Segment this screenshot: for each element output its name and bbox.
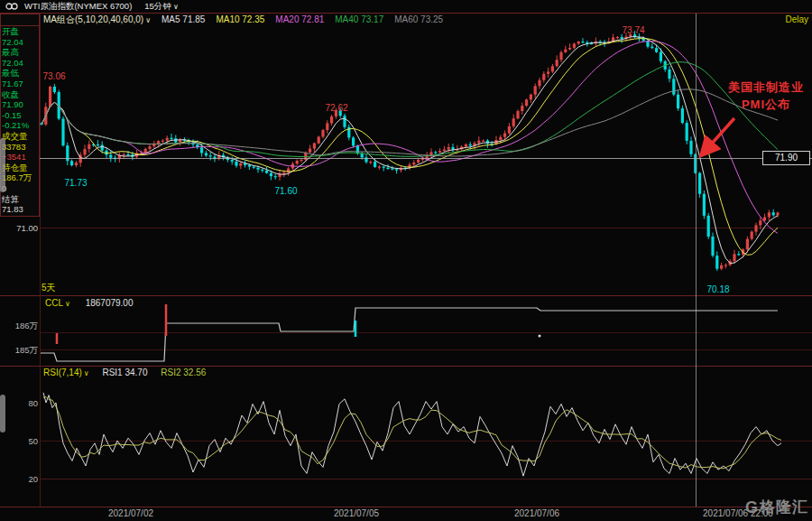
candle-body	[448, 147, 450, 150]
main-price-panel	[40, 31, 779, 271]
x-axis-date-label: 2021/07/05	[293, 508, 420, 518]
candle-body	[330, 116, 333, 123]
price-extreme-label: 73.74	[606, 25, 660, 35]
candle-body	[655, 48, 658, 51]
candle-body	[737, 254, 740, 255]
candle-body	[282, 172, 285, 174]
candle-body	[660, 52, 662, 61]
candle-body	[707, 216, 710, 237]
candle-body	[694, 154, 697, 173]
candle-body	[53, 87, 56, 92]
candle-body	[318, 137, 320, 144]
rsi-dropdown[interactable]: RSI(7,14)∨	[43, 367, 91, 377]
candle-body	[235, 162, 237, 166]
candle-body	[417, 160, 420, 163]
ccl-panel	[41, 304, 778, 361]
candle-body	[61, 118, 64, 145]
candle-body	[482, 141, 484, 142]
chart-canvas[interactable]	[0, 0, 812, 521]
candle-body	[759, 220, 761, 225]
candle-body	[161, 141, 164, 142]
candle-body	[123, 154, 125, 155]
rsi-panel	[43, 393, 781, 476]
candle-body	[356, 145, 359, 153]
candle-body	[534, 86, 537, 94]
ccl-axis-label: 186万	[11, 321, 38, 332]
candle-body	[70, 161, 73, 165]
price-extreme-label: 70.18	[691, 284, 745, 294]
candle-body	[109, 155, 112, 158]
ma-line-MA10	[42, 39, 778, 256]
candle-body	[296, 161, 299, 163]
news-annotation: 美国非制造业 PMI公布	[719, 79, 812, 113]
candle-body	[703, 194, 706, 216]
ma-line-MA5	[42, 37, 778, 264]
candle-body	[715, 256, 718, 269]
candle-body	[581, 42, 584, 42]
candle-body	[746, 239, 749, 250]
ccl-dropdown[interactable]: CCL∨	[45, 298, 73, 308]
candle-body	[83, 149, 86, 154]
annotation-line1: 美国非制造业	[719, 79, 812, 96]
price-extreme-label: 72.62	[309, 103, 364, 113]
candle-body	[88, 144, 90, 149]
rsi-axis-label: 50	[22, 436, 38, 446]
candle-body	[521, 106, 523, 111]
candle-body	[434, 152, 437, 153]
price-axis-label: 71.00	[14, 223, 38, 233]
candle-body	[321, 130, 324, 136]
watermark-logo: G 格隆汇	[745, 497, 808, 517]
candle-body	[369, 162, 372, 163]
candle-body	[672, 79, 675, 94]
watermark-text: 格隆汇	[760, 497, 808, 517]
candle-body	[261, 170, 263, 171]
ma-line-MA60	[42, 89, 778, 156]
rsi2-value: RSI2 32.56	[161, 367, 206, 377]
candle-body	[768, 212, 770, 217]
candle-body	[477, 141, 480, 144]
candle-body	[698, 173, 701, 194]
candle-body	[772, 212, 775, 215]
ma-line-MA20	[42, 42, 778, 234]
ccl-header: CCL∨ 1867079.00	[45, 298, 134, 308]
candle-body	[270, 173, 272, 176]
rsi-axis-label: 80	[22, 398, 38, 408]
candle-body	[205, 153, 208, 155]
trading-chart-window: WTI原油指数(NYMEX 6700) 15分钟∨ 07062200 MA组合(…	[0, 0, 812, 521]
ma-line-MA40	[42, 62, 778, 157]
candle-body	[352, 137, 355, 145]
candle-body	[265, 171, 268, 173]
candle-body	[391, 169, 393, 170]
rsi-header: RSI(7,14)∨ RSI1 34.70 RSI2 32.56	[43, 367, 206, 377]
candle-body	[551, 66, 554, 71]
candle-body	[326, 123, 328, 130]
annotation-line2: PMI公布	[719, 96, 812, 113]
rsi1-value: RSI1 34.70	[102, 367, 147, 377]
candle-body	[209, 155, 212, 156]
price-extreme-label: 71.73	[49, 178, 103, 188]
candle-body	[681, 108, 684, 123]
candle-body	[564, 50, 567, 52]
candle-body	[231, 160, 234, 162]
chevron-down-icon: ∨	[65, 300, 70, 308]
candle-body	[469, 144, 472, 145]
candle-body	[711, 237, 714, 256]
candle-body	[256, 168, 259, 170]
candle-body	[499, 137, 502, 140]
x-axis-date-label: 2021/07/02	[68, 508, 194, 518]
candle-body	[309, 149, 311, 153]
candle-body	[383, 167, 385, 168]
candle-body	[378, 167, 381, 168]
rsi-axis-label: 20	[22, 474, 38, 484]
ccl-line	[41, 308, 778, 361]
candle-body	[621, 37, 623, 39]
candle-body	[538, 80, 540, 87]
period-5day-button[interactable]: 5天	[42, 282, 56, 294]
candle-body	[720, 265, 723, 269]
candle-body	[166, 138, 169, 141]
candle-body	[170, 138, 172, 139]
candle-body	[75, 163, 78, 165]
candle-body	[516, 111, 519, 118]
candle-body	[253, 167, 255, 168]
candle-body	[443, 150, 446, 152]
